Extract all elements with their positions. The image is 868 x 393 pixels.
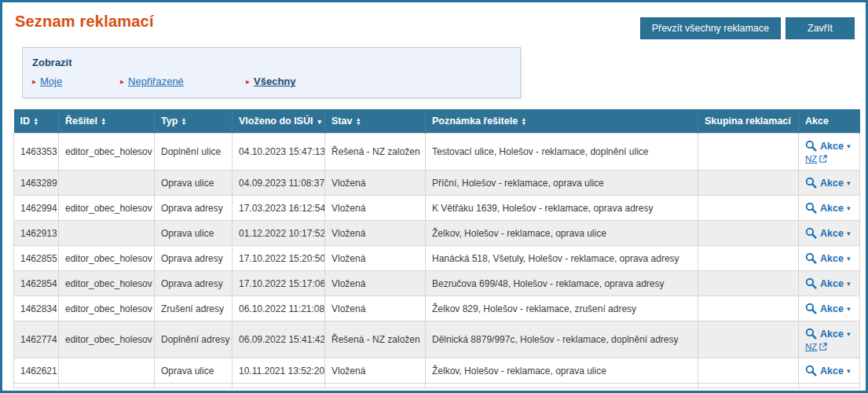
table-row-partial: [14, 384, 860, 388]
reclamations-table: ID▴▾Řešitel▴▾Typ▴▾Vloženo do ISÚI▾Stav▴▾…: [13, 109, 860, 388]
filter-item-moje[interactable]: ▸ Moje: [32, 75, 120, 87]
cell-stav: Vložená: [325, 196, 426, 221]
cell-poznamka: Hanácká 518, Všetuly, Holešov - reklamac…: [426, 246, 698, 271]
cell-poznamka: Želkov, Holešov - reklamace, oprava ulic…: [426, 358, 698, 384]
column-header-typ[interactable]: Typ▴▾: [155, 109, 233, 134]
column-label: Skupina reklamací: [705, 116, 791, 127]
cell-stav: Vložená: [325, 358, 426, 384]
cell-resitel: editor_obec_holesov: [59, 296, 155, 321]
cell-akce: Akce▾: [799, 271, 860, 296]
akce-menu[interactable]: Akce▾: [805, 177, 853, 189]
column-header-poznamka[interactable]: Poznámka řešitele▴▾: [426, 109, 698, 134]
akce-menu[interactable]: Akce▾: [805, 227, 853, 239]
cell-id: 1462834: [14, 296, 59, 321]
cell-skupina: [698, 196, 799, 221]
column-header-akce: Akce: [799, 109, 860, 134]
cell-empty: [233, 384, 325, 388]
magnifier-icon: [805, 365, 817, 376]
cell-empty: [14, 384, 59, 388]
cell-empty: [325, 384, 426, 388]
cell-akce: Akce▾: [799, 196, 860, 221]
cell-vlozeno: 17.03.2023 16:12:54: [233, 196, 325, 221]
column-header-id[interactable]: ID▴▾: [14, 109, 59, 134]
cell-skupina: [698, 321, 799, 358]
cell-akce: Akce▾: [799, 296, 860, 321]
cell-id: 1462913: [14, 221, 59, 246]
magnifier-icon: [805, 227, 817, 239]
magnifier-icon: [805, 328, 817, 340]
table-row: 1462774editor_obec_holesovDoplnění adres…: [14, 321, 860, 358]
filter-label: Zobrazit: [32, 57, 509, 68]
chevron-down-icon: ▾: [847, 204, 851, 212]
cell-id: 1462621: [14, 358, 59, 384]
take-all-reclamations-button[interactable]: Převzít všechny reklamace: [640, 17, 781, 39]
cell-poznamka: Želkov, Holešov - reklamace, oprava ulic…: [426, 221, 698, 246]
akce-link[interactable]: Akce: [820, 303, 844, 314]
filter-link-vsechny[interactable]: Všechny: [254, 75, 295, 87]
cell-stav: Řešená - NZ založen: [325, 134, 426, 171]
external-link-icon: [819, 155, 827, 163]
akce-link[interactable]: Akce: [820, 365, 844, 376]
nz-line: NZ: [805, 342, 853, 351]
filter-item-vsechny[interactable]: ▸ Všechny: [246, 75, 296, 87]
cell-poznamka: Testovací ulice, Holešov - reklamace, do…: [426, 134, 698, 171]
akce-link[interactable]: Akce: [820, 278, 844, 289]
filter-link-moje[interactable]: Moje: [40, 75, 62, 87]
cell-vlozeno: 17.10.2022 15:17:06: [233, 271, 325, 296]
column-header-stav[interactable]: Stav▴▾: [325, 109, 426, 134]
filter-item-neprirazene[interactable]: ▸ Nepřiřazené: [120, 75, 246, 87]
cell-poznamka: Bezručova 699/48, Holešov - reklamace, o…: [426, 271, 698, 296]
cell-poznamka: Dělnická 8879/997c, Holešov - reklamace,…: [426, 321, 698, 358]
cell-poznamka: K Větřáku 1639, Holešov - reklamace, opr…: [426, 196, 698, 221]
table-row: 1462621Oprava ulice10.11.2021 13:52:20Vl…: [14, 358, 860, 384]
nz-link[interactable]: NZ: [805, 342, 817, 351]
akce-link[interactable]: Akce: [820, 203, 844, 214]
cell-id: 1463289: [14, 171, 59, 196]
akce-menu[interactable]: Akce▾: [805, 202, 853, 214]
sort-icon: ▴▾: [357, 117, 360, 125]
arrow-bullet-icon: ▸: [246, 78, 250, 86]
magnifier-icon: [805, 140, 817, 152]
cell-akce: Akce▾NZ: [799, 134, 860, 171]
akce-link[interactable]: Akce: [820, 178, 844, 189]
chevron-down-icon: ▾: [847, 330, 851, 338]
akce-menu[interactable]: Akce▾: [805, 303, 853, 314]
cell-stav: Vložená: [325, 296, 426, 321]
akce-menu[interactable]: Akce▾: [805, 365, 853, 376]
cell-resitel: [59, 171, 155, 196]
akce-link[interactable]: Akce: [820, 228, 844, 239]
sort-desc-icon: ▾: [317, 118, 321, 126]
cell-akce: Akce▾: [799, 358, 860, 384]
nz-link[interactable]: NZ: [805, 154, 817, 163]
akce-menu[interactable]: Akce▾: [805, 277, 853, 289]
akce-menu[interactable]: Akce▾: [805, 328, 853, 340]
sort-icon: ▴▾: [182, 117, 185, 125]
chevron-down-icon: ▾: [847, 142, 851, 150]
arrow-bullet-icon: ▸: [120, 78, 124, 86]
cell-empty: [426, 384, 698, 388]
cell-empty: [155, 384, 233, 388]
sort-icon: ▴▾: [102, 117, 105, 125]
cell-typ: Oprava adresy: [155, 271, 233, 296]
table-row: 1463289Oprava ulice04.09.2023 11:08:37Vl…: [14, 171, 860, 196]
akce-menu[interactable]: Akce▾: [805, 252, 853, 264]
column-label: Řešitel: [65, 116, 97, 127]
chevron-down-icon: ▾: [847, 305, 851, 313]
cell-skupina: [698, 171, 799, 196]
cell-typ: Oprava adresy: [155, 196, 233, 221]
akce-link[interactable]: Akce: [820, 329, 844, 340]
column-header-resitel[interactable]: Řešitel▴▾: [59, 109, 155, 134]
column-label: Poznámka řešitele: [432, 116, 518, 127]
chevron-down-icon: ▾: [847, 179, 851, 187]
column-header-vlozeno[interactable]: Vloženo do ISÚI▾: [233, 109, 325, 134]
akce-link[interactable]: Akce: [820, 141, 844, 152]
akce-menu[interactable]: Akce▾: [805, 140, 853, 152]
filter-link-neprirazene[interactable]: Nepřiřazené: [128, 75, 184, 87]
cell-typ: Doplnění ulice: [155, 134, 233, 171]
cell-vlozeno: 04.10.2023 15:47:13: [233, 134, 325, 171]
header-actions: Převzít všechny reklamace Zavřít: [640, 17, 855, 39]
nz-line: NZ: [805, 154, 853, 163]
akce-link[interactable]: Akce: [820, 253, 844, 264]
close-button[interactable]: Zavřít: [786, 17, 855, 39]
cell-stav: Vložená: [325, 246, 426, 271]
